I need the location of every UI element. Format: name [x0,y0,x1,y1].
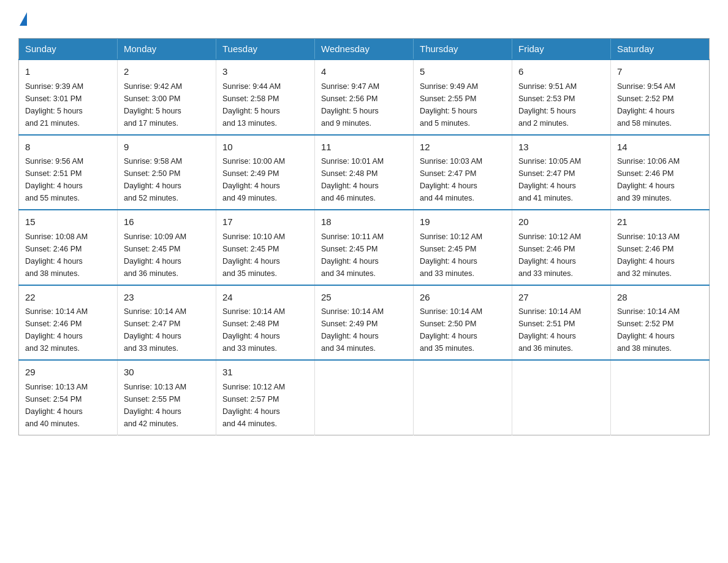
day-info: Sunrise: 10:01 AMSunset: 2:48 PMDaylight… [321,157,384,202]
calendar-cell: 26 Sunrise: 10:14 AMSunset: 2:50 PMDayli… [414,285,512,361]
day-number: 21 [617,215,703,229]
week-row-3: 15 Sunrise: 10:08 AMSunset: 2:46 PMDayli… [19,210,710,285]
day-info: Sunrise: 9:54 AMSunset: 2:52 PMDaylight:… [617,82,675,128]
calendar-cell: 24 Sunrise: 10:14 AMSunset: 2:48 PMDayli… [216,285,315,361]
calendar-cell: 29 Sunrise: 10:13 AMSunset: 2:54 PMDayli… [19,360,118,435]
logo [18,12,27,27]
day-info: Sunrise: 9:42 AMSunset: 3:00 PMDaylight:… [124,82,182,128]
day-number: 27 [518,291,604,305]
calendar-cell: 4 Sunrise: 9:47 AMSunset: 2:56 PMDayligh… [315,59,414,135]
calendar-cell: 8 Sunrise: 9:56 AMSunset: 2:51 PMDayligh… [19,135,118,210]
day-info: Sunrise: 10:06 AMSunset: 2:46 PMDaylight… [617,157,680,202]
calendar-cell: 6 Sunrise: 9:51 AMSunset: 2:53 PMDayligh… [512,59,611,135]
day-number: 14 [617,140,703,155]
day-info: Sunrise: 10:13 AMSunset: 2:54 PMDaylight… [25,383,88,428]
calendar-cell [414,360,512,435]
week-row-5: 29 Sunrise: 10:13 AMSunset: 2:54 PMDayli… [19,360,710,435]
day-number: 25 [321,291,407,305]
calendar-cell: 23 Sunrise: 10:14 AMSunset: 2:47 PMDayli… [118,285,216,361]
day-number: 15 [25,215,111,229]
weekday-header-saturday: Saturday [611,39,710,60]
week-row-2: 8 Sunrise: 9:56 AMSunset: 2:51 PMDayligh… [19,135,710,210]
calendar-cell: 11 Sunrise: 10:01 AMSunset: 2:48 PMDayli… [315,135,414,210]
calendar-cell: 21 Sunrise: 10:13 AMSunset: 2:46 PMDayli… [611,210,710,285]
calendar-cell: 25 Sunrise: 10:14 AMSunset: 2:49 PMDayli… [315,285,414,361]
day-info: Sunrise: 10:11 AMSunset: 2:45 PMDaylight… [321,232,384,278]
day-info: Sunrise: 10:14 AMSunset: 2:48 PMDaylight… [222,307,285,353]
calendar-cell: 3 Sunrise: 9:44 AMSunset: 2:58 PMDayligh… [216,59,315,135]
day-info: Sunrise: 10:09 AMSunset: 2:45 PMDaylight… [124,232,186,278]
calendar-cell: 7 Sunrise: 9:54 AMSunset: 2:52 PMDayligh… [611,59,710,135]
day-info: Sunrise: 10:14 AMSunset: 2:51 PMDaylight… [518,307,581,353]
day-number: 11 [321,140,407,155]
calendar-cell: 14 Sunrise: 10:06 AMSunset: 2:46 PMDayli… [611,135,710,210]
calendar-cell [512,360,611,435]
calendar-cell: 10 Sunrise: 10:00 AMSunset: 2:49 PMDayli… [216,135,315,210]
week-row-1: 1 Sunrise: 9:39 AMSunset: 3:01 PMDayligh… [19,59,710,135]
day-info: Sunrise: 10:00 AMSunset: 2:49 PMDaylight… [222,157,285,202]
day-info: Sunrise: 10:14 AMSunset: 2:47 PMDaylight… [124,307,186,353]
day-info: Sunrise: 10:10 AMSunset: 2:45 PMDaylight… [222,232,285,278]
calendar-cell [611,360,710,435]
calendar-cell: 19 Sunrise: 10:12 AMSunset: 2:45 PMDayli… [414,210,512,285]
day-info: Sunrise: 10:14 AMSunset: 2:50 PMDaylight… [420,307,482,353]
calendar-cell: 30 Sunrise: 10:13 AMSunset: 2:55 PMDayli… [118,360,216,435]
calendar-cell: 13 Sunrise: 10:05 AMSunset: 2:47 PMDayli… [512,135,611,210]
day-number: 18 [321,215,407,229]
day-number: 20 [518,215,604,229]
day-info: Sunrise: 10:14 AMSunset: 2:52 PMDaylight… [617,307,680,353]
day-info: Sunrise: 9:58 AMSunset: 2:50 PMDaylight:… [124,157,182,202]
day-number: 2 [124,65,210,79]
day-number: 31 [222,366,308,380]
day-number: 23 [124,291,210,305]
calendar-table: SundayMondayTuesdayWednesdayThursdayFrid… [18,38,710,435]
day-number: 9 [124,140,210,155]
calendar-cell: 17 Sunrise: 10:10 AMSunset: 2:45 PMDayli… [216,210,315,285]
day-info: Sunrise: 10:08 AMSunset: 2:46 PMDaylight… [25,232,88,278]
calendar-cell: 2 Sunrise: 9:42 AMSunset: 3:00 PMDayligh… [118,59,216,135]
day-number: 10 [222,140,308,155]
day-info: Sunrise: 9:39 AMSunset: 3:01 PMDaylight:… [25,82,83,128]
day-info: Sunrise: 10:12 AMSunset: 2:46 PMDaylight… [518,232,581,278]
day-number: 26 [420,291,506,305]
day-number: 4 [321,65,407,79]
calendar-cell: 16 Sunrise: 10:09 AMSunset: 2:45 PMDayli… [118,210,216,285]
day-number: 3 [222,65,308,79]
day-number: 6 [518,65,604,79]
weekday-header-sunday: Sunday [19,39,118,60]
day-info: Sunrise: 9:44 AMSunset: 2:58 PMDaylight:… [222,82,281,128]
day-info: Sunrise: 10:12 AMSunset: 2:57 PMDaylight… [222,383,285,428]
day-info: Sunrise: 10:14 AMSunset: 2:46 PMDaylight… [25,307,88,353]
day-number: 22 [25,291,111,305]
day-number: 28 [617,291,703,305]
weekday-header-thursday: Thursday [414,39,512,60]
day-number: 17 [222,215,308,229]
day-info: Sunrise: 9:47 AMSunset: 2:56 PMDaylight:… [321,82,379,128]
day-number: 13 [518,140,604,155]
calendar-cell: 31 Sunrise: 10:12 AMSunset: 2:57 PMDayli… [216,360,315,435]
logo-triangle-icon [20,12,27,26]
calendar-cell: 5 Sunrise: 9:49 AMSunset: 2:55 PMDayligh… [414,59,512,135]
day-number: 29 [25,366,111,380]
day-info: Sunrise: 10:13 AMSunset: 2:46 PMDaylight… [617,232,680,278]
calendar-cell: 18 Sunrise: 10:11 AMSunset: 2:45 PMDayli… [315,210,414,285]
day-number: 16 [124,215,210,229]
day-number: 8 [25,140,111,155]
day-info: Sunrise: 9:56 AMSunset: 2:51 PMDaylight:… [25,157,83,202]
day-number: 5 [420,65,506,79]
calendar-cell [315,360,414,435]
weekday-header-friday: Friday [512,39,611,60]
calendar-cell: 9 Sunrise: 9:58 AMSunset: 2:50 PMDayligh… [118,135,216,210]
calendar-cell: 22 Sunrise: 10:14 AMSunset: 2:46 PMDayli… [19,285,118,361]
day-info: Sunrise: 10:03 AMSunset: 2:47 PMDaylight… [420,157,482,202]
weekday-header-tuesday: Tuesday [216,39,315,60]
day-info: Sunrise: 9:51 AMSunset: 2:53 PMDaylight:… [518,82,577,128]
day-number: 7 [617,65,703,79]
day-info: Sunrise: 10:05 AMSunset: 2:47 PMDaylight… [518,157,581,202]
day-number: 1 [25,65,111,79]
day-info: Sunrise: 9:49 AMSunset: 2:55 PMDaylight:… [420,82,478,128]
calendar-cell: 20 Sunrise: 10:12 AMSunset: 2:46 PMDayli… [512,210,611,285]
calendar-cell: 28 Sunrise: 10:14 AMSunset: 2:52 PMDayli… [611,285,710,361]
week-row-4: 22 Sunrise: 10:14 AMSunset: 2:46 PMDayli… [19,285,710,361]
page-header [18,12,710,27]
